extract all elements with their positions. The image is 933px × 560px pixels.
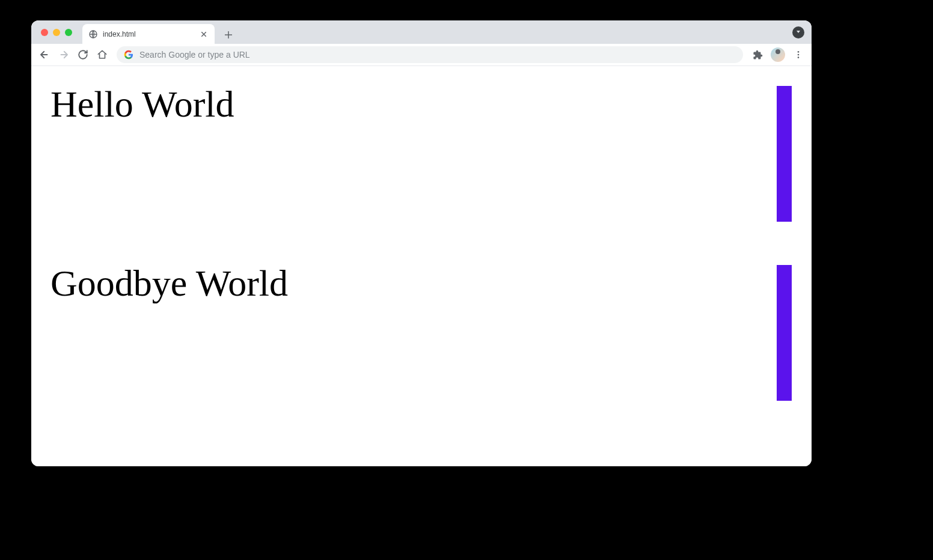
accent-bar-2: [777, 265, 792, 401]
close-tab-button[interactable]: [199, 29, 209, 39]
toolbar: Search Google or type a URL: [31, 44, 812, 66]
address-bar[interactable]: Search Google or type a URL: [117, 46, 743, 63]
google-icon: [124, 50, 133, 59]
close-window-button[interactable]: [41, 29, 48, 36]
accent-bar-1: [777, 86, 792, 222]
browser-tab[interactable]: index.html: [82, 24, 215, 44]
section-2: Goodbye World: [31, 245, 812, 424]
home-button[interactable]: [94, 46, 111, 63]
back-button[interactable]: [36, 46, 53, 63]
title-bar: index.html: [31, 20, 812, 44]
forward-button[interactable]: [55, 46, 72, 63]
heading-1: Hello World: [50, 83, 234, 126]
minimize-window-button[interactable]: [53, 29, 60, 36]
share-button[interactable]: [792, 26, 804, 38]
browser-window: index.html: [31, 20, 812, 466]
extensions-button[interactable]: [749, 46, 766, 63]
svg-point-3: [798, 56, 800, 58]
new-tab-button[interactable]: [220, 26, 237, 43]
section-1: Hello World: [31, 66, 812, 245]
reload-button[interactable]: [75, 46, 91, 63]
address-placeholder: Search Google or type a URL: [139, 50, 736, 59]
maximize-window-button[interactable]: [65, 29, 72, 36]
svg-point-2: [798, 54, 800, 56]
page-content: Hello World Goodbye World: [31, 66, 812, 466]
globe-icon: [88, 29, 98, 39]
tab-title: index.html: [103, 30, 194, 38]
window-controls: [31, 29, 72, 36]
profile-avatar[interactable]: [771, 47, 785, 62]
heading-2: Goodbye World: [50, 262, 288, 305]
menu-button[interactable]: [790, 46, 807, 63]
svg-point-1: [798, 51, 800, 53]
